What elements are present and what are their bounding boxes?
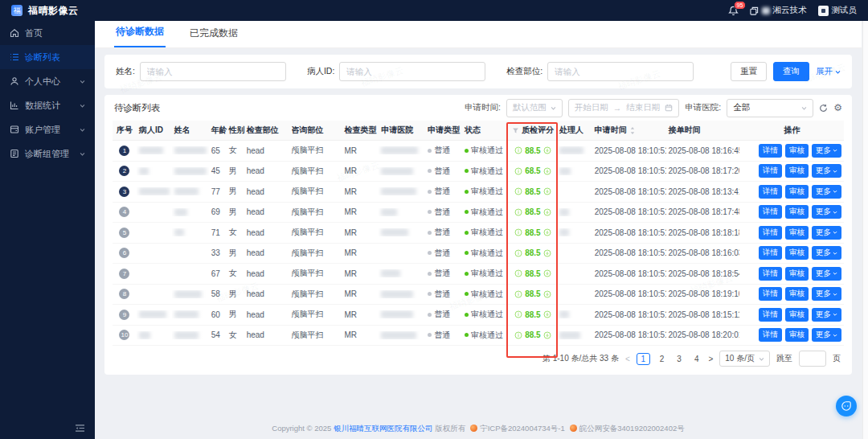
table-row[interactable]: 8 58 男 head 颅脑平扫 MR 普通 审核通过 88.5 2025-08… — [113, 285, 844, 306]
audit-button[interactable]: 审核 — [785, 164, 809, 178]
score-info-icon[interactable] — [514, 187, 522, 195]
score-trend-icon[interactable] — [543, 290, 551, 298]
sidebar-item-account-management[interactable]: 账户管理 — [0, 117, 95, 142]
score-trend-icon[interactable] — [543, 167, 551, 175]
page-4[interactable]: 4 — [691, 354, 702, 364]
table-row[interactable]: 7 67 女 head 颅脑平扫 MR 普通 审核通过 88.5 2025-08… — [113, 264, 844, 285]
table-row[interactable]: 10 54 女 head 颅脑平扫 MR 普通 审核通过 88.5 2025-0… — [113, 326, 844, 347]
more-button[interactable]: 更多 — [812, 185, 841, 199]
detail-button[interactable]: 详情 — [759, 328, 782, 342]
name-filter-input[interactable] — [140, 62, 286, 81]
patient-id-filter-input[interactable] — [339, 62, 485, 81]
score-info-icon[interactable] — [514, 167, 522, 175]
org-switcher[interactable]: 湘云技术 — [750, 5, 807, 16]
table-row[interactable]: 9 60 男 head 颅脑平扫 MR 普通 审核通过 88.5 2025-08… — [113, 305, 844, 326]
detail-button[interactable]: 详情 — [759, 246, 782, 260]
reset-button[interactable]: 重置 — [731, 62, 767, 81]
user-menu[interactable]: 测试员 — [818, 5, 858, 16]
tab-completed-data[interactable]: 已完成数据 — [188, 20, 240, 47]
score-info-icon[interactable] — [514, 269, 522, 277]
audit-button[interactable]: 审核 — [785, 185, 809, 199]
filter-icon[interactable] — [512, 127, 519, 134]
date-range-preset-select[interactable]: 默认范围 — [506, 99, 563, 117]
detail-button[interactable]: 详情 — [759, 164, 782, 178]
audit-button[interactable]: 审核 — [785, 144, 809, 158]
scrollbar[interactable] — [862, 21, 868, 439]
page-2[interactable]: 2 — [657, 354, 668, 364]
status-cell: 审核通过 — [462, 309, 509, 320]
score-trend-icon[interactable] — [543, 208, 551, 216]
page-3[interactable]: 3 — [674, 354, 685, 364]
prev-page-button[interactable]: < — [625, 355, 630, 363]
body-part-filter-input[interactable] — [547, 62, 694, 81]
detail-button[interactable]: 详情 — [759, 267, 782, 281]
search-button[interactable]: 查询 — [773, 62, 809, 81]
score-info-icon[interactable] — [514, 310, 522, 318]
audit-button[interactable]: 审核 — [785, 267, 809, 281]
detail-button[interactable]: 详情 — [759, 287, 782, 301]
sort-icon[interactable] — [629, 126, 636, 135]
table-row[interactable]: 5 71 女 head 颅脑平扫 MR 普通 审核通过 88.5 2025-08… — [113, 223, 844, 244]
score-trend-icon[interactable] — [543, 249, 551, 257]
more-button[interactable]: 更多 — [812, 328, 841, 342]
detail-button[interactable]: 详情 — [759, 308, 782, 322]
company-link[interactable]: 银川福晴互联网医院有限公司 — [334, 424, 433, 433]
score-info-icon[interactable] — [514, 331, 522, 339]
more-button[interactable]: 更多 — [812, 205, 841, 219]
table-row[interactable]: 4 69 男 head 颅脑平扫 MR 普通 审核通过 88.5 2025-08… — [113, 203, 844, 224]
more-button[interactable]: 更多 — [812, 226, 841, 240]
table-row[interactable]: 6 33 男 head 颅脑平扫 MR 普通 审核通过 88.5 2025-08… — [113, 244, 844, 265]
detail-button[interactable]: 详情 — [759, 205, 782, 219]
notifications-button[interactable]: 95 — [728, 6, 739, 16]
more-button[interactable]: 更多 — [812, 246, 841, 260]
date-range-picker[interactable]: 开始日期 → 结束日期 — [568, 99, 680, 117]
score-trend-icon[interactable] — [543, 228, 551, 236]
detail-button[interactable]: 详情 — [759, 144, 782, 158]
page-size-select[interactable]: 10 条/页 — [719, 351, 770, 367]
more-button[interactable]: 更多 — [812, 267, 841, 281]
score-info-icon[interactable] — [514, 146, 522, 154]
score-trend-icon[interactable] — [543, 331, 551, 339]
next-page-button[interactable]: > — [708, 355, 713, 363]
score-trend-icon[interactable] — [543, 187, 551, 195]
audit-button[interactable]: 审核 — [785, 308, 809, 322]
score-trend-icon[interactable] — [543, 310, 551, 318]
sidebar-item-diagnosis-group[interactable]: 诊断组管理 — [0, 142, 95, 166]
expand-toggle[interactable]: 展开 — [816, 66, 841, 77]
audit-button[interactable]: 审核 — [785, 226, 809, 240]
table-header: 序号 病人ID 姓名 年龄 性别 检查部位 咨询部位 检查类型 申请医院 申请类… — [113, 121, 844, 141]
table-row[interactable]: 2 45 男 head 颅脑平扫 MR 普通 审核通过 68.5 2025-08… — [113, 162, 844, 183]
more-button[interactable]: 更多 — [812, 144, 841, 158]
more-button[interactable]: 更多 — [812, 308, 841, 322]
score-trend-icon[interactable] — [543, 269, 551, 277]
apply-type-cell: 普通 — [425, 145, 462, 156]
score-info-icon[interactable] — [514, 249, 522, 257]
audit-button[interactable]: 审核 — [785, 205, 809, 219]
more-button[interactable]: 更多 — [812, 287, 841, 301]
sidebar-item-diagnosis-list[interactable]: 诊断列表 — [0, 45, 95, 69]
column-settings-button[interactable]: ⚙ — [833, 103, 842, 113]
hospital-select[interactable]: 全部 — [727, 99, 813, 117]
detail-button[interactable]: 详情 — [759, 226, 782, 240]
sidebar-item-home[interactable]: 首页 — [0, 21, 95, 45]
table-row[interactable]: 3 77 男 head 颅脑平扫 MR 普通 审核通过 88.5 2025-08… — [113, 182, 844, 203]
tab-pending-data[interactable]: 待诊断数据 — [114, 18, 166, 47]
sidebar-item-data-statistics[interactable]: 数据统计 — [0, 93, 95, 117]
sidebar-collapse-button[interactable] — [75, 424, 85, 433]
type-dot — [428, 313, 432, 317]
refresh-button[interactable] — [819, 104, 828, 113]
jump-page-input[interactable] — [799, 351, 826, 367]
customer-service-button[interactable] — [836, 396, 857, 416]
audit-button[interactable]: 审核 — [785, 246, 809, 260]
score-trend-icon[interactable] — [543, 146, 551, 154]
sidebar-item-personal-center[interactable]: 个人中心 — [0, 69, 95, 93]
table-row[interactable]: 1 65 女 head 颅脑平扫 MR 普通 审核通过 88.5 2025-08… — [113, 141, 844, 162]
detail-button[interactable]: 详情 — [759, 185, 782, 199]
audit-button[interactable]: 审核 — [785, 328, 809, 342]
more-button[interactable]: 更多 — [812, 164, 841, 178]
page-1[interactable]: 1 — [637, 353, 650, 365]
score-info-icon[interactable] — [514, 208, 522, 216]
audit-button[interactable]: 审核 — [785, 287, 809, 301]
score-info-icon[interactable] — [514, 290, 522, 298]
score-info-icon[interactable] — [514, 228, 522, 236]
